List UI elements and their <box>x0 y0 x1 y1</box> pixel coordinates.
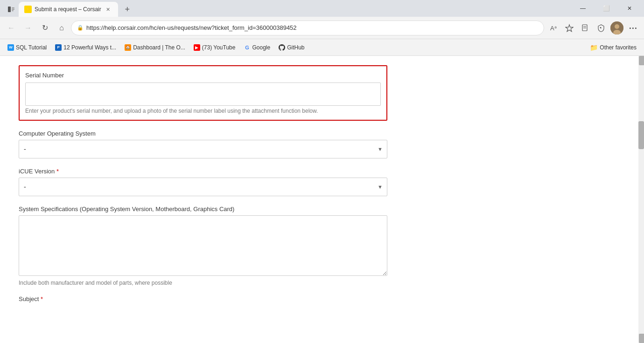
bookmark-12powerful[interactable]: P 12 Powerful Ways t... <box>51 42 120 53</box>
url-bar[interactable]: 🔒 https://help.corsair.com/hc/en-us/requ… <box>71 21 544 35</box>
bookmark-google[interactable]: G Google <box>240 42 274 53</box>
tab-bar: ⚡ Submit a request – Corsair ✕ + <box>4 0 568 17</box>
page-content: Serial Number Enter your product's seria… <box>0 56 644 343</box>
minimize-btn[interactable]: — <box>572 0 594 17</box>
bookmark-sql-label: SQL Tutorial <box>16 44 47 51</box>
computer-os-select[interactable]: - Windows 10 Windows 11 macOS Linux <box>19 140 387 158</box>
github-favicon <box>279 44 285 51</box>
svg-rect-0 <box>8 7 11 12</box>
folder-icon: 📁 <box>590 44 598 51</box>
sql-favicon: W <box>7 44 14 51</box>
icue-version-section: iCUE Version * - 4.x 3.x 2.x ▼ <box>19 168 387 196</box>
system-specs-textarea[interactable] <box>19 215 387 276</box>
system-specs-label: System Specifications (Operating System … <box>19 206 387 213</box>
scrollbar[interactable] <box>638 56 644 343</box>
sidebar-icon <box>7 6 15 13</box>
scrollbar-thumb[interactable] <box>638 121 644 149</box>
bookmark-dashboard[interactable]: 🏠 Dashboard | The O... <box>121 42 189 53</box>
bookmark-github-label: GitHub <box>287 44 304 51</box>
window-controls: — ⬜ ✕ <box>572 0 640 17</box>
back-btn[interactable]: ← <box>4 21 19 35</box>
favorites-btn[interactable] <box>562 21 577 35</box>
12powerful-favicon: P <box>55 44 62 51</box>
bookmark-sql[interactable]: W SQL Tutorial <box>4 42 50 53</box>
scrollbar-down-btn[interactable] <box>639 334 644 343</box>
system-specs-hint: Include both manufacturer and model of p… <box>19 280 387 286</box>
computer-os-wrapper: - Windows 10 Windows 11 macOS Linux ▼ <box>19 140 387 158</box>
bookmarks-bar: W SQL Tutorial P 12 Powerful Ways t... 🏠… <box>0 39 644 56</box>
toolbar-icons: Aᵃ <box>546 21 640 35</box>
read-aloud-icon: Aᵃ <box>549 24 558 32</box>
subject-required-marker: * <box>39 295 43 302</box>
bookmark-youtube-label: (73) YouTube <box>202 44 236 51</box>
bookmark-github[interactable]: GitHub <box>275 42 308 53</box>
bookmark-12powerful-label: 12 Powerful Ways t... <box>63 44 116 51</box>
computer-os-label: Computer Operating System <box>19 130 387 137</box>
new-tab-btn[interactable]: + <box>120 2 135 17</box>
tab-close-btn[interactable]: ✕ <box>104 5 112 14</box>
icue-version-wrapper: - 4.x 3.x 2.x ▼ <box>19 178 387 196</box>
tab-title: Submit a request – Corsair <box>35 6 101 13</box>
url-text: https://help.corsair.com/hc/en-us/reques… <box>86 24 538 31</box>
google-favicon: G <box>244 44 250 51</box>
collections-icon <box>581 24 589 32</box>
subject-label: Subject * <box>19 295 387 302</box>
browser-essentials-btn[interactable] <box>594 21 609 35</box>
read-aloud-btn[interactable]: Aᵃ <box>546 21 561 35</box>
svg-text:Aᵃ: Aᵃ <box>550 25 557 32</box>
svg-rect-1 <box>12 7 14 8</box>
svg-rect-3 <box>12 10 14 11</box>
bookmark-youtube[interactable]: ▶ (73) YouTube <box>190 42 239 53</box>
active-tab[interactable]: ⚡ Submit a request – Corsair ✕ <box>19 2 118 17</box>
title-bar: ⚡ Submit a request – Corsair ✕ + — ⬜ ✕ <box>0 0 644 17</box>
sidebar-toggle-btn[interactable] <box>4 2 19 17</box>
shield-heart-icon <box>597 24 605 32</box>
scroll-area: Serial Number Enter your product's seria… <box>0 56 638 343</box>
maximize-btn[interactable]: ⬜ <box>595 0 617 17</box>
forward-btn[interactable]: → <box>21 21 35 35</box>
profile-avatar <box>610 21 623 34</box>
subject-section: Subject * <box>19 295 387 302</box>
serial-number-section: Serial Number Enter your product's seria… <box>19 65 387 121</box>
other-favorites-btn[interactable]: 📁 Other favorites <box>586 42 640 53</box>
close-btn[interactable]: ✕ <box>619 0 640 17</box>
scrollbar-up-btn[interactable] <box>639 56 644 65</box>
serial-number-label: Serial Number <box>25 72 381 79</box>
tab-favicon: ⚡ <box>24 6 32 13</box>
icue-version-label: iCUE Version * <box>19 168 387 175</box>
system-specs-section: System Specifications (Operating System … <box>19 206 387 286</box>
svg-point-9 <box>615 24 619 29</box>
icue-version-select[interactable]: - 4.x 3.x 2.x <box>19 178 387 196</box>
youtube-favicon: ▶ <box>194 44 200 51</box>
lock-icon: 🔒 <box>77 25 84 31</box>
serial-number-input[interactable] <box>25 82 381 106</box>
icue-required-marker: * <box>55 168 59 175</box>
home-btn[interactable]: ⌂ <box>54 21 69 35</box>
bookmark-google-label: Google <box>252 44 270 51</box>
serial-number-hint: Enter your product's serial number, and … <box>25 108 381 114</box>
star-icon <box>565 24 574 32</box>
dashboard-favicon: 🏠 <box>125 44 131 51</box>
bookmark-dashboard-label: Dashboard | The O... <box>133 44 185 51</box>
collections-btn[interactable] <box>578 21 593 35</box>
more-btn[interactable]: ⋯ <box>625 21 640 35</box>
other-favorites-label: Other favorites <box>600 44 637 51</box>
computer-os-section: Computer Operating System - Windows 10 W… <box>19 130 387 158</box>
address-bar: ← → ↻ ⌂ 🔒 https://help.corsair.com/hc/en… <box>0 17 644 39</box>
profile-btn[interactable] <box>609 21 624 35</box>
svg-rect-2 <box>12 9 14 10</box>
refresh-btn[interactable]: ↻ <box>37 21 52 35</box>
